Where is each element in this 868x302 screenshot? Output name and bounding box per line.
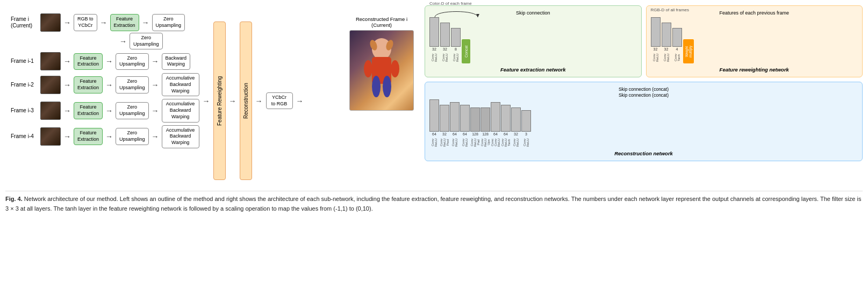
recon-skip1-label: Skip connection (concat) xyxy=(429,87,858,92)
recon-layer-4-front xyxy=(460,105,470,132)
recon-layer-9-front xyxy=(511,107,521,132)
arrow-1: → xyxy=(63,18,71,27)
frame-i2-thumb xyxy=(40,76,61,94)
feature-reweighting-block: Feature Reweighting xyxy=(213,21,226,180)
recon-layer-2-label: ConvReLUPool xyxy=(440,136,449,148)
main-container: Frame i (Current) → RGB toYCbCr → Featur… xyxy=(5,5,863,213)
arrow-i2-1: → xyxy=(63,81,71,89)
recon-layer-1-label: ConvReLU xyxy=(431,136,437,148)
recon-layer-6-label: ConvReLUUps xyxy=(480,136,490,148)
svg-point-5 xyxy=(391,60,399,77)
svg-point-3 xyxy=(383,76,391,97)
rgb-ycbcr-box: RGB toYCbCr xyxy=(74,14,97,31)
recon-skip2-label: Skip connection (concat) xyxy=(429,92,858,98)
layer-fe-3-label: ConvReLU xyxy=(453,52,459,63)
recon-layer-7-num: 64 xyxy=(493,132,498,136)
arrow-i1-3: → xyxy=(152,57,159,66)
reconstruction-block: Reconstruction xyxy=(240,21,252,180)
frame-i-row-sub: → ZeroUpsampling xyxy=(67,33,199,49)
frame-i2-row: Frame i-2 → FeatureExtraction → ZeroUpsa… xyxy=(11,73,199,96)
caption-text: Network architecture of our method. Left… xyxy=(5,196,861,212)
layer-fr-3-num: 4 xyxy=(676,47,678,51)
rgb-d-label: RGB-D of all frames xyxy=(651,8,690,12)
layer-fe-3: 8 ConvReLU xyxy=(451,28,461,63)
feat-extract-box-i: FeatureExtraction xyxy=(110,14,139,31)
backward-warp-box-i1: BackwardWarping xyxy=(162,53,191,70)
recon-layer-10-num: 3 xyxy=(525,132,527,136)
feat-extract-box-i3: FeatureExtraction xyxy=(74,102,103,119)
zero-upsamp-box-i2: ZeroUpsampling xyxy=(116,76,149,93)
frame-i1-label: Frame i-1 xyxy=(11,58,39,64)
layer-fe-1-label: ConvReLU xyxy=(431,52,437,63)
recon-layer-5-label: ConvReLUPad xyxy=(470,136,480,148)
arrow-i4-2: → xyxy=(105,132,113,141)
layer-fr-3-label: ConvTanh xyxy=(674,52,680,63)
pipeline-left: Frame i (Current) → RGB toYCbCr → Featur… xyxy=(5,5,339,185)
layer-fr-1: 32 ConvReLU xyxy=(651,17,661,63)
layer-fr-2-num: 32 xyxy=(664,47,669,51)
layer-fe-2-front xyxy=(440,23,450,47)
arrow-3: → xyxy=(142,18,149,27)
recon-layer-3-front xyxy=(450,102,460,132)
arrow-i4-1: → xyxy=(63,132,71,141)
layer-fr-1-num: 32 xyxy=(654,47,658,51)
accum-bw-box-i4: AccumulativeBackwardWarping xyxy=(162,125,199,148)
zero-upsamp-box-i-main: ZeroUpsampling xyxy=(152,14,185,31)
recon-layer-4-num: 64 xyxy=(463,132,467,136)
recon-layer-9-num: 32 xyxy=(514,132,518,136)
zero-upsamp-box-i3: ZeroUpsampling xyxy=(116,102,149,119)
recon-layer-7-label: ConcConvReLU xyxy=(491,136,500,148)
recon-layer-5: 128 ConvReLUPad xyxy=(470,107,480,148)
concat-label: Concat xyxy=(462,39,470,63)
recon-layer-6: 128 ConvReLUUps xyxy=(480,107,490,148)
recon-layer-8-front xyxy=(501,105,511,132)
frame-i1-thumb xyxy=(40,52,61,70)
zero-upsamp-box-i1: ZeroUpsampling xyxy=(116,53,149,70)
recon-network-box: Skip connection (concat) Skip connection… xyxy=(425,82,863,161)
zero-upsamp-box-i4: ZeroUpsampling xyxy=(116,128,149,145)
arrow-to-recon: → xyxy=(229,97,236,105)
recon-layer-9: 32 ConvReLU xyxy=(511,107,521,148)
recon-layers-container: 64 ConvReLU 32 ConvReLUPool 64 ConvReLU xyxy=(429,99,858,148)
svg-point-4 xyxy=(364,60,372,77)
layer-fr-2-front xyxy=(662,23,671,47)
arrow-i2-2: → xyxy=(105,81,113,89)
layer-fr-2-label: ConvReLU xyxy=(663,52,670,63)
recon-layer-4-label: ConvReLU xyxy=(462,136,468,148)
svg-point-2 xyxy=(372,76,381,97)
recon-layer-6-front xyxy=(480,107,490,132)
layer-fr-1-label: ConvReLU xyxy=(652,52,659,63)
concat-block-fe: Concat xyxy=(462,39,470,63)
recon-layer-9-label: ConvReLU xyxy=(513,136,519,148)
character-svg xyxy=(360,35,403,105)
recon-layer-8-num: 64 xyxy=(504,132,508,136)
recon-layer-3: 64 ConvReLU xyxy=(450,102,460,148)
frame-i3-row: Frame i-3 → FeatureExtraction → ZeroUpsa… xyxy=(11,99,199,122)
figure-caption: Fig. 4. Network architecture of our meth… xyxy=(5,191,863,213)
feat-extract-box-i4: FeatureExtraction xyxy=(74,128,103,145)
weight-multiply-label: Weight multiply xyxy=(683,39,694,63)
layer-fr-3-front xyxy=(672,28,682,47)
recon-layer-8-label: ConvReLUTanh xyxy=(501,136,511,148)
layer-fr-1-front xyxy=(651,17,661,47)
recon-layer-5-front xyxy=(470,107,480,132)
color-d-label: Color-D of each frame xyxy=(429,1,472,6)
ycbcr-to-rgb-box: YCbCrto RGB xyxy=(266,92,293,109)
arrow-i3-3: → xyxy=(152,106,159,115)
frame-i3-label: Frame i-3 xyxy=(11,107,39,114)
feat-extract-layers: Color-D of each frame 32 ConvReLU 32 Con… xyxy=(429,17,637,66)
arrow-2: → xyxy=(100,18,107,27)
recon-layer-4: 64 ConvReLU xyxy=(460,105,470,148)
frame-i2-label: Frame i-2 xyxy=(11,82,39,88)
weight-mult-block-fr: Weight multiply xyxy=(683,39,694,63)
arrow-to-reweight: → xyxy=(203,97,210,105)
feat-extract-network-box: Skip connection Color-D of each frame 32… xyxy=(425,5,642,77)
arrow-i3-1: → xyxy=(63,106,71,115)
recon-layer-1-front xyxy=(429,99,439,132)
recon-layer-2: 32 ConvReLUPool xyxy=(440,105,449,148)
arrow-i2-3: → xyxy=(152,81,159,89)
networks-top-row: Skip connection Color-D of each frame 32… xyxy=(425,5,863,77)
layer-fe-3-num: 8 xyxy=(455,47,457,51)
recon-layer-7: 64 ConcConvReLU xyxy=(491,102,500,148)
skip-connection-arrow-svg xyxy=(429,8,637,18)
